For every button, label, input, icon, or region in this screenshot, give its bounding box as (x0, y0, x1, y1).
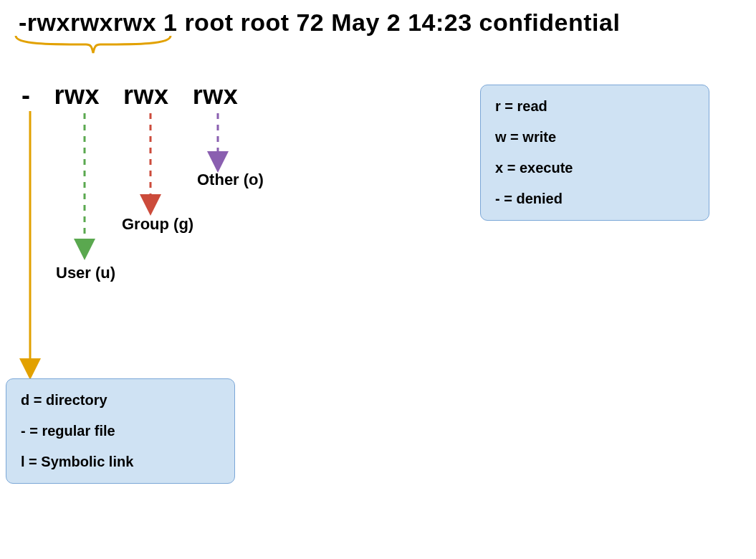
user-label: User (u) (56, 264, 115, 282)
legend-row: w = write (495, 129, 694, 145)
other-perms: rwx (193, 80, 239, 110)
type-char: - (21, 80, 31, 110)
other-label: Other (o) (197, 171, 264, 189)
permission-legend-box: r = read w = write x = execute - = denie… (480, 85, 709, 221)
legend-row: l = Symbolic link (21, 454, 220, 470)
legend-row: d = directory (21, 392, 220, 408)
user-perms: rwx (54, 80, 100, 110)
other-arrow-icon (212, 113, 226, 171)
legend-row: - = regular file (21, 423, 220, 439)
permission-breakdown: - rwx rwx rwx (21, 80, 238, 110)
group-arrow-icon (145, 113, 159, 214)
group-label: Group (g) (122, 215, 193, 234)
type-legend-box: d = directory - = regular file l = Symbo… (6, 378, 235, 484)
legend-row: r = read (495, 98, 694, 115)
group-perms: rwx (123, 80, 169, 110)
legend-row: - = denied (495, 191, 694, 207)
brace-icon (14, 34, 172, 56)
user-arrow-icon (79, 113, 93, 257)
ls-output-line: -rwxrwxrwx 1 root root 72 May 2 14:23 co… (19, 9, 620, 37)
type-arrow-icon (24, 111, 39, 376)
legend-row: x = execute (495, 160, 694, 176)
